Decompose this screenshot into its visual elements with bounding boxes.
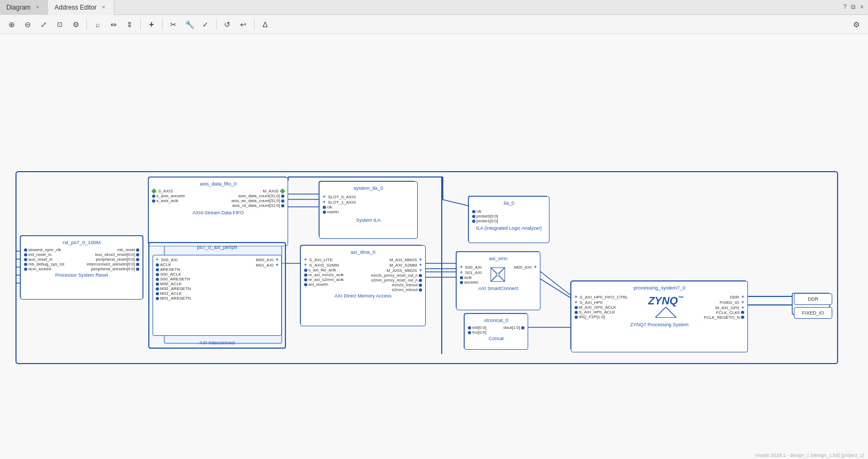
ila-title: ila_0 [471, 199, 547, 207]
block-rst-ps7[interactable]: rst_ps7_0_100M slowest_sync_clk ext_rese… [20, 236, 143, 300]
fit-selection-button[interactable]: ⊡ [52, 17, 67, 32]
fixed-io-label: FIXED_IO [802, 310, 824, 316]
rst-ps7-title: rst_ps7_0_100M [23, 238, 140, 246]
svg-line-26 [539, 278, 571, 298]
processing-system-ports-left: + S_AXI_HP0_FIFO_CTRL + S_AXI_HP0 M_AXI_… [574, 294, 628, 319]
svg-point-37 [496, 273, 499, 276]
rst-ps7-ports-left: slowest_sync_clk ext_reset_in aux_reset_… [23, 247, 65, 271]
processing-system-ports-right: DDR + FIXED_IO + M_AXI_GP0 + FCLK_CLK0 F… [704, 294, 745, 320]
smartconnect-icon [490, 267, 506, 283]
axi-interconnect-ports-right: M00_AXI + M01_AXI + [256, 257, 280, 301]
toolbar-settings-button[interactable]: ⚙ [849, 17, 864, 32]
svg-line-27 [442, 199, 468, 206]
svg-marker-38 [655, 307, 676, 318]
system-ila-title: system_ila_0 [322, 184, 415, 192]
tab-address-editor-close[interactable]: × [100, 4, 107, 11]
zoom-in-button[interactable]: ⊕ [4, 17, 19, 32]
axi-dma-ports-left: + S_AXI_LITE + S_AXIS_S2MM s_axi_lite_ac… [303, 257, 344, 292]
rst-ps7-ports-right: mb_reset bus_struct_reset[0:0] periphera… [87, 247, 140, 271]
axi-interconnect-ports-left: + S00_AXI ACLK ARESETN S00_ACLK S00_ARES… [155, 257, 191, 301]
xlconcat-ports-left: In0[0:0] In1[0:0] [467, 325, 487, 335]
ddr-label: DDR [808, 296, 818, 302]
canvas-area[interactable]: rst_ps7_0_100M slowest_sync_clk ext_rese… [0, 34, 868, 459]
help-icon[interactable]: ? [843, 3, 847, 11]
axi-dma-ports-right: M_AXI_MM2S + M_AXI_S2MM + M_AXIS_MM2S + … [371, 257, 423, 292]
zoom-out-button[interactable]: ⊖ [20, 17, 35, 32]
axi-interconnect-label: AXI Interconnect [149, 340, 285, 345]
tab-diagram[interactable]: Diagram × [0, 0, 48, 15]
axi-smc-ports-left: + S00_AXI + S01_AXI aclk aresetn [459, 264, 482, 285]
tab-diagram-label: Diagram [6, 4, 30, 11]
block-ddr[interactable]: DDR [794, 293, 832, 305]
system-ila-ports: + SLOT_0_AXIS + SLOT_1_AXIS clk resetn [322, 194, 415, 214]
align-v-button[interactable]: ⇕ [122, 17, 137, 32]
block-axi-dma[interactable]: axi_dma_0 + S_AXI_LITE + S_AXIS_S2MM s_a… [300, 245, 426, 326]
restore-icon[interactable]: ⧉ [851, 3, 856, 11]
block-axi-interconnect-container[interactable]: ps7_0_axi_periph + S00_AXI ACLK ARESETN … [148, 242, 286, 349]
close-window-icon[interactable]: × [860, 3, 864, 11]
block-xlconcat[interactable]: xlconcat_0 In0[0:0] In1[0:0] dout[1:0] C… [464, 313, 528, 350]
block-fixed-io[interactable]: FIXED_IO [794, 307, 832, 319]
block-processing-system[interactable]: processing_system7_0 + S_AXI_HP0_FIFO_CT… [571, 281, 748, 352]
status-text: Vivado 2019.1 - design_1 (design_1.bd) [… [755, 453, 864, 458]
axis-fifo-ports-left: S_AXIS s_axis_aresetn s_axis_aclk [151, 189, 185, 208]
block-ila[interactable]: ila_0 clk probe0[0:0] probe1[0:0] ILA (I… [468, 196, 550, 243]
axi-interconnect-title: ps7_0_axi_periph [149, 243, 285, 251]
search-button[interactable]: ⌕ [90, 17, 105, 32]
block-axis-fifo[interactable]: axis_data_fifo_0 S_AXIS s_axis_aresetn s… [148, 177, 288, 246]
block-system-ila[interactable]: system_ila_0 + SLOT_0_AXIS + SLOT_1_AXIS… [319, 181, 418, 239]
axis-fifo-title: axis_data_fifo_0 [151, 180, 285, 188]
delta-button[interactable]: Δ [258, 17, 273, 32]
xlconcat-ports-right: dout[1:0] [504, 325, 525, 335]
status-bar: Vivado 2019.1 - design_1 (design_1.bd) [… [751, 452, 868, 459]
validate-button[interactable]: ✓ [198, 17, 213, 32]
add-button[interactable]: + [144, 17, 159, 32]
undo-button[interactable]: ↩ [236, 17, 251, 32]
zynq-logo-graphic [655, 307, 676, 318]
zynq-logo: ZYNQ™ [644, 293, 688, 321]
ila-ports: clk probe0[0:0] probe1[0:0] [471, 209, 547, 223]
toolbar-separator-3 [162, 19, 163, 30]
toolbar-separator-1 [86, 19, 87, 30]
toolbar-separator-2 [140, 19, 141, 30]
settings-button[interactable]: ⚙ [68, 17, 83, 32]
tab-bar: Diagram × Address Editor × ? ⧉ × [0, 0, 868, 15]
tab-address-editor-label: Address Editor [54, 4, 97, 11]
xlconcat-title: xlconcat_0 [467, 316, 525, 324]
toolbar-separator-4 [216, 19, 217, 30]
fit-all-button[interactable]: ⤢ [36, 17, 51, 32]
properties-button[interactable]: 🔧 [182, 17, 197, 32]
svg-line-17 [539, 271, 571, 295]
tab-diagram-close[interactable]: × [34, 4, 41, 11]
toolbar-separator-5 [254, 19, 254, 30]
axi-smc-ports-right: M00_AXI + [514, 264, 538, 285]
tab-address-editor[interactable]: Address Editor × [48, 0, 114, 15]
align-h-button[interactable]: ⇔ [106, 17, 121, 32]
axi-smc-title: axi_smc [459, 254, 538, 262]
refresh-button[interactable]: ↺ [220, 17, 235, 32]
axi-dma-title: axi_dma_0 [303, 248, 423, 256]
axis-fifo-ports-right: M_AXIS axis_data_count[31:0] axis_wr_dat… [232, 189, 285, 208]
toolbar-right: ⚙ [849, 17, 864, 32]
cut-button[interactable]: ✂ [166, 17, 181, 32]
rst-ps7-label: Processor System Reset [23, 272, 140, 278]
processing-system-title: processing_system7_0 [574, 284, 745, 292]
block-axi-smc[interactable]: axi_smc + S00_AXI + S01_AXI aclk aresetn… [456, 252, 540, 310]
toolbar: ⊕ ⊖ ⤢ ⊡ ⚙ ⌕ ⇔ ⇕ + ✂ 🔧 ✓ ↺ ↩ Δ ⚙ [0, 15, 868, 34]
